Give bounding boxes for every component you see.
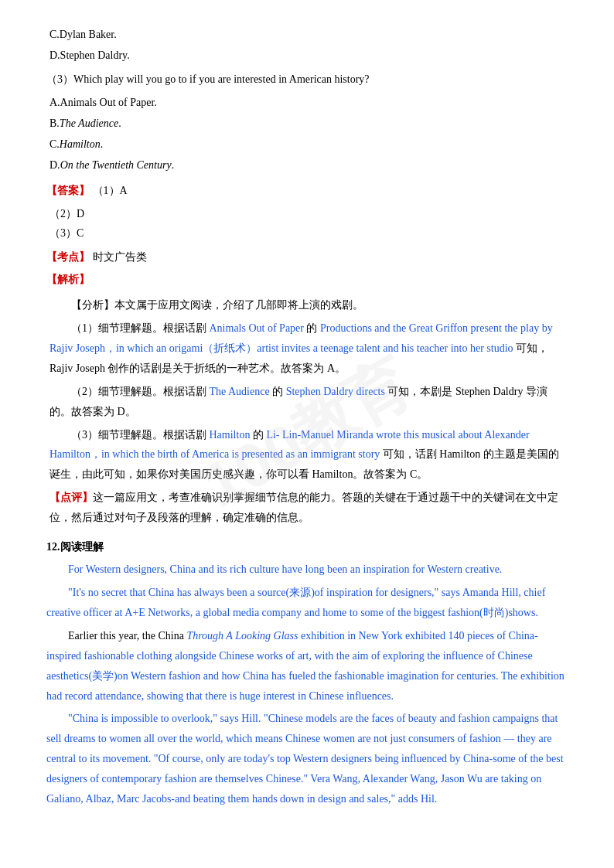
option-d-stephen: D.Stephen Daldry. [46, 46, 568, 65]
answer-3: （3）C [46, 223, 568, 243]
q3-option-a: A.Animals Out of Paper. [46, 93, 568, 112]
reading-para2: "It's no secret that China has always be… [46, 583, 568, 623]
analysis-para3: （3）细节理解题。根据话剧 Hamilton 的 Li- Lin-Manuel … [49, 425, 568, 485]
kaodian-block: 【考点】 时文广告类 [46, 247, 568, 267]
answer-block: 【答案】 （1）A [46, 181, 568, 200]
reading-12-section: 12.阅读理解 For Western designers, China and… [46, 537, 568, 809]
reading-para4: "China is impossible to overlook," says … [46, 709, 568, 808]
reading-para1: For Western designers, China and its ric… [46, 560, 568, 580]
analysis-intro: 【分析】本文属于应用文阅读，介绍了几部即将上演的戏剧。 [49, 295, 568, 315]
jiexi-block: 【解析】 [46, 270, 568, 289]
analysis-para2: （2）细节理解题。根据话剧 The Audience 的 Stephen Dal… [49, 382, 568, 422]
option-c-dylan: C.Dylan Baker. [46, 25, 568, 44]
analysis-pingprice: 【点评】这一篇应用文，考查准确识别掌握细节信息的能力。答题的关键在于通过题干中的… [49, 488, 568, 528]
reading-para3: Earlier this year, the China Through A L… [46, 626, 568, 706]
analysis-section: 【分析】本文属于应用文阅读，介绍了几部即将上演的戏剧。 （1）细节理解题。根据话… [46, 295, 568, 528]
q3-option-c: C.Hamilton. [46, 134, 568, 154]
analysis-para1: （1）细节理解题。根据话剧 Animals Out of Paper 的 Pro… [49, 318, 568, 379]
kaodian-label: 【考点】 [46, 251, 90, 263]
q3-option-d: D.On the Twentieth Century. [46, 155, 568, 175]
answer-label: 【答案】 [46, 185, 90, 196]
jiexi-label: 【解析】 [46, 274, 90, 285]
reading-12-title: 12.阅读理解 [46, 537, 568, 557]
q3-option-b: B.The Audience. [46, 114, 568, 133]
question-3: （3）Which play will you go to if you are … [46, 70, 568, 89]
answer-2: （2）D [46, 204, 568, 223]
